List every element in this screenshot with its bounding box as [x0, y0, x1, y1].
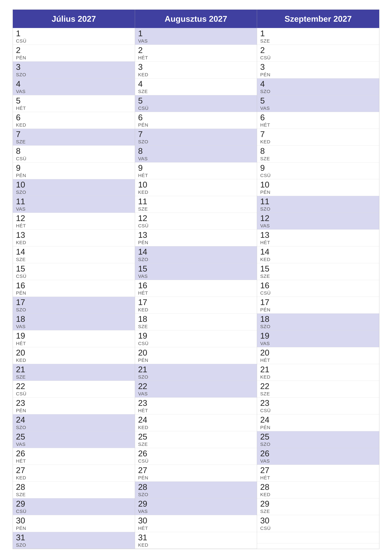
day-name: SZE — [260, 38, 376, 44]
day-name: PÉN — [16, 408, 132, 413]
day-name: SZO — [260, 89, 376, 94]
day-name: VAS — [260, 458, 376, 464]
day-number: 19 — [16, 331, 132, 340]
day-cell: 13HÉT — [257, 230, 379, 246]
day-cell: 31SZO — [13, 532, 135, 549]
day-name: SZO — [260, 442, 376, 447]
day-number: 7 — [16, 130, 132, 139]
day-number: 2 — [260, 46, 376, 55]
day-cell: 5VAS — [257, 95, 379, 112]
day-number: 23 — [16, 399, 132, 408]
day-name: PÉN — [16, 526, 132, 531]
day-number: 6 — [16, 113, 132, 122]
day-cell: 22VAS — [135, 381, 257, 398]
day-cell: 10SZO — [13, 179, 135, 196]
day-cell: 9PÉN — [13, 162, 135, 179]
day-cell: 25SZE — [135, 431, 257, 448]
day-cell: 29CSÜ — [13, 498, 135, 515]
day-name: SZE — [260, 156, 376, 161]
day-name: HÉT — [260, 475, 376, 481]
day-name: VAS — [260, 341, 376, 346]
day-cell: 30PÉN — [13, 515, 135, 532]
day-name: HÉT — [138, 526, 254, 531]
day-name: SZO — [16, 72, 132, 77]
day-number: 24 — [138, 415, 254, 424]
day-number: 23 — [138, 399, 254, 408]
day-cell: 27KED — [13, 465, 135, 482]
day-number: 11 — [260, 197, 376, 206]
day-cell: 21KED — [257, 364, 379, 381]
day-cell: 22SZE — [257, 381, 379, 398]
day-number: 8 — [16, 146, 132, 155]
day-name: VAS — [138, 391, 254, 396]
header-row: Július 2027Augusztus 2027Szeptember 2027 — [13, 10, 379, 28]
footer: CALENDAR — [13, 552, 379, 555]
day-cell: 14SZO — [135, 246, 257, 263]
day-cell: 19HÉT — [13, 330, 135, 347]
day-number: 19 — [260, 331, 376, 340]
day-name: PÉN — [16, 55, 132, 60]
day-name: VAS — [138, 38, 254, 44]
day-name: KED — [260, 139, 376, 145]
day-cell: 9HÉT — [135, 162, 257, 179]
day-name: CSÜ — [16, 509, 132, 514]
day-number: 7 — [260, 130, 376, 139]
day-number: 13 — [16, 231, 132, 240]
day-cell: 19CSÜ — [135, 330, 257, 347]
day-cell: 13KED — [13, 230, 135, 246]
day-cell: 2CSÜ — [257, 45, 379, 62]
day-cell: 26CSÜ — [135, 448, 257, 465]
day-number: 22 — [138, 382, 254, 391]
day-number: 28 — [16, 482, 132, 492]
day-number: 21 — [16, 365, 132, 374]
day-cell: 18SZO — [257, 314, 379, 330]
day-name: CSÜ — [16, 38, 132, 44]
day-number: 11 — [138, 197, 254, 206]
day-cell: 14KED — [257, 246, 379, 263]
day-name: SZO — [260, 324, 376, 329]
day-cell: 14SZE — [13, 246, 135, 263]
day-name: SZO — [138, 374, 254, 380]
day-name: SZO — [138, 139, 254, 145]
day-number: 14 — [260, 247, 376, 256]
day-number: 21 — [138, 365, 254, 374]
day-number: 12 — [138, 214, 254, 223]
day-number: 2 — [138, 46, 254, 55]
days-grid: 1CSÜ2PÉN3SZO4VAS5HÉT6KED7SZE8CSÜ9PÉN10SZ… — [13, 28, 379, 549]
day-number: 2 — [16, 46, 132, 55]
day-name: CSÜ — [138, 106, 254, 111]
day-cell: 22CSÜ — [13, 381, 135, 398]
day-number: 17 — [16, 298, 132, 307]
day-name: CSÜ — [260, 173, 376, 178]
day-name: VAS — [16, 442, 132, 447]
day-name: SZE — [138, 324, 254, 329]
day-number: 10 — [138, 180, 254, 189]
day-cell: 1SZE — [257, 28, 379, 45]
day-number: 25 — [138, 432, 254, 441]
day-cell: 28SZE — [13, 482, 135, 498]
day-number: 20 — [16, 348, 132, 357]
day-name: HÉT — [138, 290, 254, 296]
day-cell: 13PÉN — [135, 230, 257, 246]
day-number: 10 — [16, 180, 132, 189]
day-cell: 19VAS — [257, 330, 379, 347]
day-name: PÉN — [16, 290, 132, 296]
day-cell: 23HÉT — [135, 398, 257, 414]
day-number: 4 — [16, 80, 132, 88]
day-name: HÉT — [260, 240, 376, 245]
day-number: 8 — [260, 146, 376, 155]
day-number: 1 — [16, 29, 132, 38]
day-cell: 25SZO — [257, 431, 379, 448]
day-number: 30 — [138, 516, 254, 525]
day-name: KED — [16, 122, 132, 128]
day-number: 12 — [260, 214, 376, 223]
month-col-1: 1VAS2HÉT3KED4SZE5CSÜ6PÉN7SZO8VAS9HÉT10KE… — [135, 28, 257, 549]
day-cell: 12HÉT — [13, 213, 135, 230]
day-cell: 21SZE — [13, 364, 135, 381]
day-name: KED — [16, 358, 132, 363]
day-name: CSÜ — [138, 341, 254, 346]
day-cell: 15VAS — [135, 263, 257, 280]
day-cell: 5HÉT — [13, 95, 135, 112]
day-cell: 24SZO — [13, 414, 135, 431]
day-cell: 1VAS — [135, 28, 257, 45]
